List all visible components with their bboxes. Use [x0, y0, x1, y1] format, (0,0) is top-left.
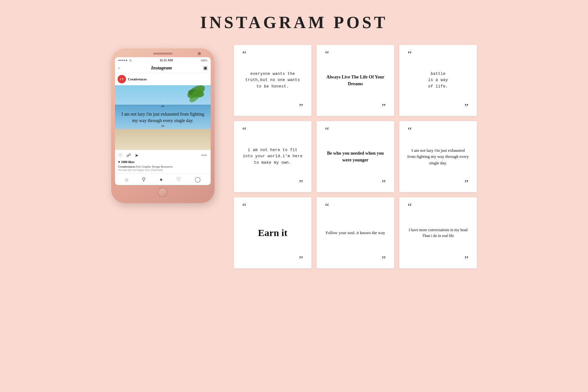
signal-text: ●●●●●: [118, 59, 128, 62]
quote-text-9: I have more conversations in my head Tha…: [407, 227, 469, 239]
quote-body-7: Earn it: [256, 211, 290, 255]
caption-subtext: Second line for longer text. (Optional): [118, 168, 163, 171]
quote-card-7: “ Earn it ”: [234, 197, 311, 268]
heart-nav-icon[interactable]: ♡: [176, 176, 181, 182]
share-icon[interactable]: ➤: [135, 153, 139, 158]
page-title: INSTAGRAM POST: [200, 13, 388, 32]
phone-caption: Creativetacos Free Graphic Design Resour…: [115, 164, 211, 173]
comment-icon[interactable]: ☍: [126, 153, 131, 158]
close-quote-9: ”: [465, 255, 472, 264]
heart-icon[interactable]: ♡: [118, 153, 122, 158]
caption-username: Creativetacos: [118, 165, 135, 168]
more-icon[interactable]: •••: [201, 153, 207, 158]
phone-post-image: “ I am not lazy i'm just exhausted from …: [115, 85, 211, 150]
close-quote-1: ”: [299, 102, 306, 111]
close-quote-6: ”: [465, 179, 472, 188]
quote-card-9: “ I have more conversations in my head T…: [399, 197, 477, 268]
phone-home-button[interactable]: [158, 188, 168, 197]
close-quote-2: ”: [382, 102, 389, 111]
search-nav-icon[interactable]: ⚲: [142, 176, 146, 182]
quote-card-1: “ everyone wants the truth,but no one wa…: [234, 45, 311, 116]
home-nav-icon[interactable]: ⌂: [125, 177, 128, 182]
open-quote-8: “: [322, 202, 329, 211]
quote-body-4: i am not here to fit into your world.i'm…: [239, 135, 306, 179]
quote-text-2: Always Live The Life Of Your Dreams: [324, 74, 386, 87]
camera-nav-icon[interactable]: ●: [160, 177, 163, 182]
phone-header: ‹ Instagram ▣: [115, 63, 211, 73]
quote-body-5: Be who you needed when you were younger: [322, 135, 389, 179]
main-content: ●●●●● ⊙ 11:11 AM 100% ‹ Instagram ▣ CT C…: [19, 45, 569, 268]
phone-camera: [198, 52, 201, 55]
quote-card-6: “ I am not lazy i'm just exhausted from …: [399, 121, 477, 192]
quote-body-8: Follow your soul. it knows the way: [323, 211, 388, 255]
open-quote-4: “: [239, 126, 246, 135]
quote-text-7: Earn it: [258, 227, 288, 239]
quote-text-6: I am not lazy i'm just exhausted from fi…: [407, 147, 469, 166]
quote-body-2: Always Live The Life Of Your Dreams: [322, 58, 389, 102]
profile-name: Creativetacos: [128, 77, 147, 81]
open-quote-5: “: [322, 126, 329, 135]
quote-card-3: “ battle is a way of life. ”: [399, 45, 477, 116]
battery-indicator: 100%: [201, 59, 207, 62]
quote-body-3: battle is a way of life.: [425, 58, 451, 102]
time-display: 11:11 AM: [160, 58, 173, 62]
quote-text-5: Be who you needed when you were younger: [324, 150, 386, 163]
quote-text-3: battle is a way of life.: [428, 71, 448, 90]
quote-grid: “ everyone wants the truth,but no one wa…: [234, 45, 477, 268]
close-quote-5: ”: [382, 179, 389, 188]
action-icons-row: ♡ ☍ ➤ •••: [118, 153, 207, 158]
phone-screen: ●●●●● ⊙ 11:11 AM 100% ‹ Instagram ▣ CT C…: [115, 57, 211, 185]
instagram-logo: Instagram: [151, 65, 172, 71]
close-quote-8: ”: [382, 255, 389, 264]
quote-card-8: “ Follow your soul. it knows the way ”: [317, 197, 394, 268]
quote-card-5: “ Be who you needed when you were younge…: [317, 121, 394, 192]
quote-body-6: I am not lazy i'm just exhausted from fi…: [404, 135, 472, 179]
quote-card-4: “ i am not here to fit into your world.i…: [234, 121, 311, 192]
phone-top-bar: [115, 53, 211, 55]
phone-quote-text: I am not lazy i'm just exhausted from fi…: [118, 111, 207, 124]
quote-text-4: i am not here to fit into your world.i'm…: [242, 147, 304, 166]
phone-actions: ♡ ☍ ➤ •••: [115, 150, 211, 160]
quote-text-1: everyone wants the truth,but no one want…: [242, 71, 304, 90]
caption-text: Free Graphic Design Resources: [136, 165, 173, 168]
close-quote-3: ”: [465, 102, 472, 111]
open-quote-9: “: [404, 202, 412, 211]
likes-count: ♥ 1000 likes: [115, 160, 211, 164]
profile-nav-icon[interactable]: ◯: [195, 176, 201, 182]
open-quote-2: “: [322, 49, 329, 58]
camera-icon[interactable]: ▣: [203, 65, 207, 71]
palm-leaves: [185, 85, 207, 108]
quote-card-2: “ Always Live The Life Of Your Dreams ”: [317, 45, 394, 116]
open-quote-3: “: [404, 49, 412, 58]
open-quote-1: “: [239, 49, 246, 58]
close-quote-4: ”: [299, 179, 306, 188]
close-quote-7: ”: [299, 255, 306, 264]
signal-indicator: ●●●●● ⊙: [118, 59, 132, 62]
open-quote-6: “: [404, 126, 412, 135]
avatar: CT: [118, 75, 126, 83]
open-quote-7: “: [239, 202, 246, 211]
phone-status-bar: ●●●●● ⊙ 11:11 AM 100%: [115, 57, 211, 63]
wifi-icon: ⊙: [129, 59, 132, 62]
quote-body-1: everyone wants the truth,but no one want…: [239, 58, 306, 102]
phone-bottom-nav: ⌂ ⚲ ● ♡ ◯: [115, 173, 211, 185]
profile-row: CT Creativetacos: [115, 73, 211, 85]
phone-mockup: ●●●●● ⊙ 11:11 AM 100% ‹ Instagram ▣ CT C…: [111, 48, 215, 203]
phone-speaker: [153, 53, 173, 55]
phone-close-quote-mark: ”: [118, 124, 207, 131]
quote-text-8: Follow your soul. it knows the way: [326, 230, 385, 236]
back-icon: ‹: [118, 66, 120, 71]
quote-body-9: I have more conversations in my head Tha…: [404, 211, 472, 255]
phone-container: ●●●●● ⊙ 11:11 AM 100% ‹ Instagram ▣ CT C…: [111, 48, 215, 203]
